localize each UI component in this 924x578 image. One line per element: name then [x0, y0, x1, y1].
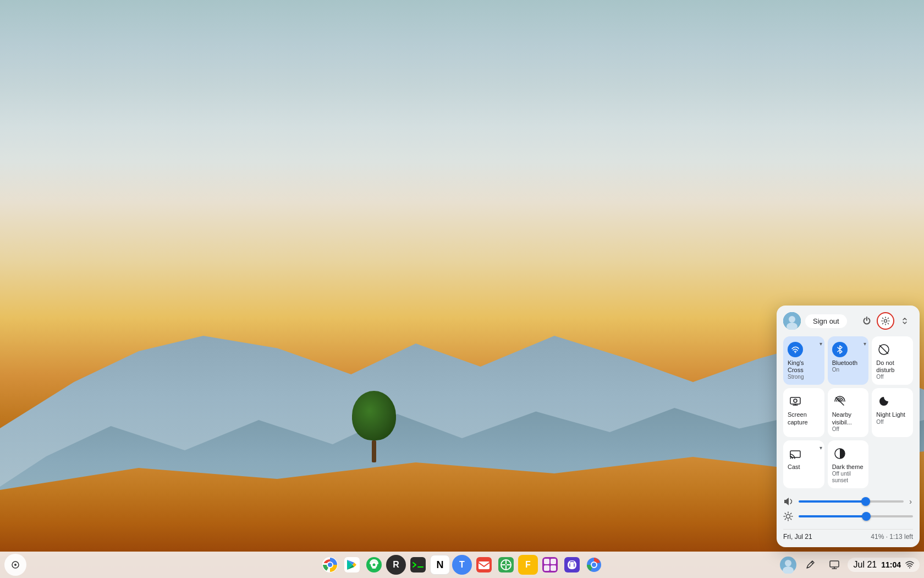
wifi-tray-icon: [905, 560, 914, 569]
dnd-label: Do not disturb: [876, 359, 909, 374]
cast-label: Cast: [788, 464, 800, 471]
sign-out-button[interactable]: Sign out: [805, 314, 847, 328]
screen-capture-tile[interactable]: Screen capture: [783, 388, 824, 437]
cast-arrow: ▾: [820, 445, 822, 451]
date-display: Jul 21: [853, 560, 877, 570]
app-text[interactable]: T: [452, 555, 472, 575]
app-games[interactable]: [496, 555, 516, 575]
bluetooth-sublabel: On: [832, 367, 839, 373]
launcher-button[interactable]: [4, 554, 26, 576]
volume-slider[interactable]: [799, 500, 904, 503]
night-light-label: Night Light: [876, 411, 905, 418]
settings-button[interactable]: [877, 312, 894, 330]
taskbar-apps: R N T: [320, 555, 604, 575]
night-light-tile[interactable]: Night Light Off: [872, 388, 913, 437]
tree: [352, 391, 396, 462]
svg-point-19: [328, 563, 332, 567]
app-rollup[interactable]: R: [386, 555, 406, 575]
expand-button[interactable]: [895, 312, 913, 330]
dark-theme-icon: [832, 446, 848, 461]
wifi-icon: [788, 342, 803, 357]
nearby-label: Nearby visibil...: [832, 411, 865, 426]
svg-rect-6: [790, 397, 800, 404]
svg-point-43: [909, 568, 910, 569]
volume-icon: [783, 497, 794, 506]
do-not-disturb-tile[interactable]: Do not disturb Off: [872, 336, 913, 385]
qs-header: Sign out: [783, 312, 913, 330]
night-light-icon: [876, 394, 892, 409]
app-chromium[interactable]: [584, 555, 604, 575]
time-display: 11:04: [881, 560, 901, 569]
cast-tile[interactable]: Cast ▾: [783, 440, 824, 488]
wifi-arrow: ▾: [820, 341, 822, 347]
svg-rect-31: [544, 559, 549, 564]
sliders-section: ›: [783, 494, 913, 524]
nearby-sublabel: Off: [832, 426, 839, 433]
brightness-icon: [783, 511, 794, 521]
svg-point-15: [14, 564, 16, 566]
power-button[interactable]: [858, 312, 876, 330]
svg-rect-27: [479, 561, 490, 569]
bluetooth-arrow: ▾: [864, 341, 866, 347]
svg-point-1: [789, 316, 795, 323]
svg-rect-32: [551, 559, 556, 564]
svg-rect-42: [830, 561, 839, 567]
volume-slider-row: ›: [783, 494, 913, 509]
dark-theme-tile[interactable]: Dark theme Off until sunset: [828, 440, 869, 488]
screen-button[interactable]: [823, 554, 845, 576]
stylus-button[interactable]: [799, 554, 821, 576]
cast-icon: [788, 446, 803, 461]
wifi-sublabel: Strong: [788, 374, 804, 380]
app-notion[interactable]: N: [430, 555, 450, 575]
header-icons: [858, 312, 913, 330]
svg-point-38: [592, 563, 596, 567]
do-not-disturb-icon: [876, 342, 892, 357]
battery-display: 41% · 1:13 left: [871, 533, 913, 541]
user-avatar-tray[interactable]: [779, 556, 797, 574]
brightness-slider-row: [783, 509, 913, 524]
dnd-sublabel: Off: [876, 374, 883, 380]
nearby-visibility-tile[interactable]: Nearby visibil... Off: [828, 388, 869, 437]
qs-footer: Fri, Jul 21 41% · 1:13 left: [783, 529, 913, 541]
app-chrome[interactable]: [320, 555, 340, 575]
date-display: Fri, Jul 21: [783, 533, 812, 541]
app-mail[interactable]: [474, 555, 494, 575]
taskbar: R N T: [0, 552, 924, 578]
svg-point-11: [790, 457, 791, 459]
brightness-slider[interactable]: [799, 515, 913, 517]
bluetooth-label: Bluetooth: [832, 359, 857, 367]
wifi-label: King's Cross: [788, 359, 820, 374]
svg-rect-25: [410, 557, 426, 572]
tree-canopy: [352, 391, 396, 440]
wifi-tile[interactable]: King's Cross Strong ▾: [783, 336, 824, 385]
taskbar-left: [4, 554, 26, 576]
svg-point-23: [373, 564, 376, 566]
volume-expand-arrow[interactable]: ›: [908, 496, 913, 507]
dark-theme-sublabel: Off until sunset: [832, 471, 865, 484]
screen-capture-label: Screen capture: [788, 411, 820, 426]
svg-rect-33: [544, 565, 549, 571]
app-podcast[interactable]: [364, 555, 384, 575]
status-tray[interactable]: Jul 21 11:04: [848, 558, 920, 572]
app-play-store[interactable]: [342, 555, 362, 575]
app-mastodon[interactable]: [562, 555, 582, 575]
bluetooth-icon: [832, 342, 848, 357]
app-window-manager[interactable]: [540, 555, 560, 575]
bluetooth-tile[interactable]: Bluetooth On ▾: [828, 336, 869, 385]
svg-point-7: [794, 399, 797, 402]
night-light-sublabel: Off: [876, 419, 883, 426]
screen-capture-icon: [788, 394, 803, 409]
dark-theme-label: Dark theme: [832, 464, 864, 471]
svg-rect-34: [551, 565, 556, 571]
app-terminal[interactable]: [408, 555, 428, 575]
svg-line-9: [836, 397, 844, 405]
quick-settings-panel: Sign out: [777, 306, 920, 547]
desktop: Sign out: [0, 0, 924, 578]
avatar: [783, 312, 801, 330]
taskbar-right: Jul 21 11:04: [779, 554, 920, 576]
svg-point-40: [785, 560, 791, 566]
app-files[interactable]: F: [518, 555, 538, 575]
nearby-visibility-icon: [832, 394, 848, 409]
svg-point-13: [787, 515, 790, 519]
tree-trunk: [372, 440, 376, 462]
